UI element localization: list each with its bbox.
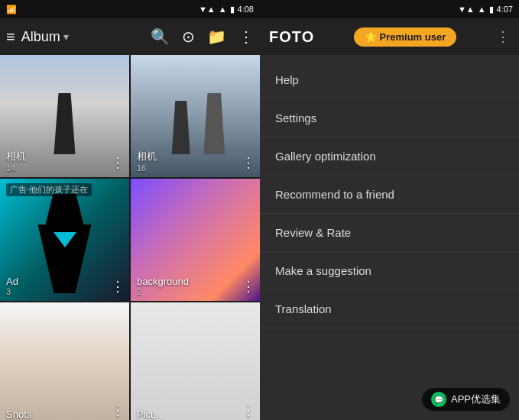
more-icon-left[interactable]: ⋮ <box>238 27 254 46</box>
album-name-6: Pict... <box>137 409 162 420</box>
album-more-6[interactable]: ⋮ <box>242 402 255 418</box>
album-count-1: 14 <box>6 163 26 173</box>
chevron-icon[interactable]: ▾ <box>63 31 69 43</box>
album-label-2: 相机 16 <box>137 150 157 173</box>
right-panel: ▼▲ ▲ ▮ 4:07 FOTO ⭐ Premium user ⋮ Help S… <box>260 0 519 420</box>
wechat-icon: 💬 <box>431 392 446 407</box>
album-count-3: 3 <box>6 287 18 296</box>
left-top-bar: ≡ Album ▾ 🔍 ⊙ 📁 ⋮ <box>0 18 260 55</box>
right-battery-icon: ▮ <box>489 5 494 15</box>
album-more-1[interactable]: ⋮ <box>111 154 125 171</box>
foto-title: FOTO <box>269 28 314 46</box>
wifi-icon: ▲ <box>219 5 227 14</box>
menu-item-review[interactable]: Review & Rate <box>260 214 519 252</box>
right-signal: ▼▲ <box>458 5 475 14</box>
menu-list: Help Settings Gallery optimization Recom… <box>260 55 519 420</box>
album-count-2: 16 <box>137 163 157 173</box>
album-cell-ad[interactable]: Ad 3 广告·他们的孩子还在 ⋮ <box>0 179 129 301</box>
menu-item-suggestion[interactable]: Make a suggestion <box>260 252 519 290</box>
left-status-bar: 📶 ▼▲ ▲ ▮ 4:08 <box>0 0 260 18</box>
battery-icon: ▮ <box>230 5 235 15</box>
figure-1 <box>170 101 193 154</box>
premium-button[interactable]: ⭐ Premium user <box>354 27 456 47</box>
tie-graphic <box>34 194 96 293</box>
face-search-icon[interactable]: ⊙ <box>182 27 195 46</box>
album-cell-background[interactable]: background 2 ⋮ <box>131 179 260 301</box>
album-more-2[interactable]: ⋮ <box>242 154 255 171</box>
folder-icon[interactable]: 📁 <box>207 27 226 46</box>
album-more-4[interactable]: ⋮ <box>242 278 255 295</box>
status-right: ▼▲ ▲ ▮ 4:08 <box>199 5 254 15</box>
right-status-bar: ▼▲ ▲ ▮ 4:07 <box>260 0 519 18</box>
album-cell-shots[interactable]: Shots ⋮ <box>0 302 129 420</box>
figure-2 <box>201 93 228 154</box>
left-panel: 📶 ▼▲ ▲ ▮ 4:08 ≡ Album ▾ 🔍 ⊙ 📁 ⋮ 相机 14 <box>0 0 260 420</box>
status-left: 📶 <box>6 5 17 15</box>
search-icon[interactable]: 🔍 <box>151 27 170 46</box>
album-name-5: Shots <box>6 409 31 420</box>
right-top-icons: ⋮ <box>496 28 510 45</box>
menu-item-translation[interactable]: Translation <box>260 290 519 328</box>
album-cell-camera1[interactable]: 相机 14 ⋮ <box>0 55 129 177</box>
album-name-4: background <box>137 276 189 287</box>
right-top-bar: FOTO ⭐ Premium user ⋮ <box>260 18 519 55</box>
bottom-badge: 💬 APP优选集 <box>422 388 510 411</box>
album-label-6: Pict... <box>137 409 162 420</box>
right-wifi-icon: ▲ <box>478 5 486 14</box>
album-more-3[interactable]: ⋮ <box>111 278 125 295</box>
tie-v <box>54 232 76 247</box>
menu-item-settings[interactable]: Settings <box>260 99 519 137</box>
album-more-5[interactable]: ⋮ <box>111 402 125 418</box>
menu-item-recommend[interactable]: Recommend to a friend <box>260 176 519 214</box>
album-label-5: Shots <box>6 409 31 420</box>
right-more-icon[interactable]: ⋮ <box>496 28 510 45</box>
album-name-2: 相机 <box>137 150 157 163</box>
album-cell-pict[interactable]: Pict... ⋮ <box>131 302 260 420</box>
right-status-right: ▼▲ ▲ ▮ 4:07 <box>458 5 513 15</box>
right-time: 4:07 <box>497 5 513 14</box>
menu-item-gallery-optimization[interactable]: Gallery optimization <box>260 137 519 176</box>
album-label-4: background 2 <box>137 276 189 296</box>
album-label-3: Ad 3 <box>6 276 18 296</box>
sim-icon: 📶 <box>6 5 17 15</box>
top-bar-icons: 🔍 ⊙ 📁 ⋮ <box>151 27 254 46</box>
menu-item-help[interactable]: Help <box>260 61 519 99</box>
album-label-1: 相机 14 <box>6 150 26 173</box>
hamburger-icon[interactable]: ≡ <box>6 28 15 46</box>
album-grid: 相机 14 ⋮ 相机 16 ⋮ Ad 3 <box>0 55 260 420</box>
ad-badge: 广告·他们的孩子还在 <box>6 183 92 196</box>
app-title-left: Album ▾ <box>21 29 144 45</box>
album-count-4: 2 <box>137 287 189 296</box>
album-title: Album <box>21 29 60 45</box>
signal-icons: ▼▲ <box>199 5 216 14</box>
tie-top <box>46 194 84 225</box>
album-name-1: 相机 <box>6 150 26 163</box>
time-left: 4:08 <box>238 5 254 14</box>
album-name-3: Ad <box>6 276 18 287</box>
album-cell-camera2[interactable]: 相机 16 ⋮ <box>131 55 260 177</box>
badge-text: APP优选集 <box>451 393 501 406</box>
